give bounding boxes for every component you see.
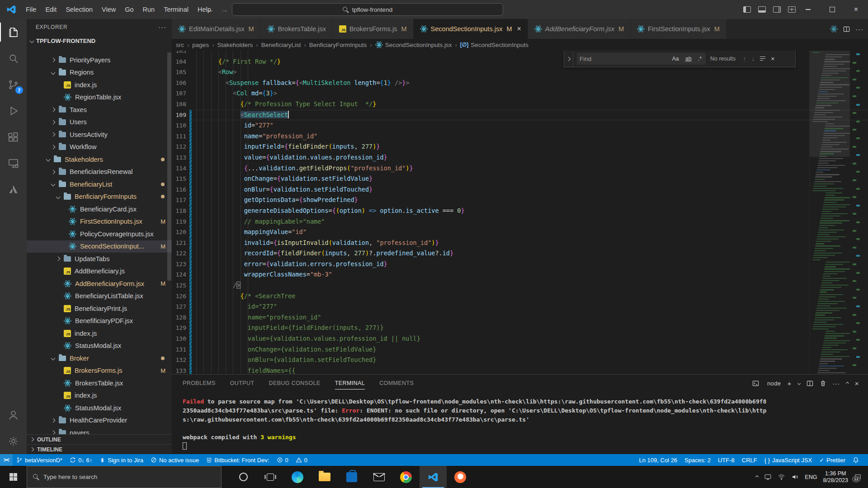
overview-ruler[interactable] — [850, 51, 868, 374]
tab-close-icon[interactable]: × — [517, 25, 521, 33]
code-line-132[interactable]: 132 onBlur={validation.setFieldTouched} — [172, 355, 868, 366]
tree-item-FirstSectionInputs.jsx[interactable]: FirstSectionInputs.jsxM — [27, 216, 172, 228]
code-line-108[interactable]: 108 {/* Profession Type Select Input */} — [172, 99, 868, 110]
code-line-123[interactable]: 123 error={validation.errors.profession_… — [172, 259, 868, 270]
minimize-button[interactable] — [796, 0, 820, 19]
find-input[interactable]: Find Aa ab .* — [577, 53, 706, 65]
extensions-view-icon[interactable] — [0, 124, 27, 150]
code-line-106[interactable]: 106 <Suspense fallback={<MultiSkeleton l… — [172, 78, 868, 89]
code-line-117[interactable]: 117 getOptionsData={showPredefined} — [172, 195, 868, 206]
wifi-icon[interactable] — [778, 473, 785, 481]
code-line-130[interactable]: 130 value={validation.values.profession_… — [172, 333, 868, 344]
tree-item-SecondSectionInput...[interactable]: SecondSectionInput...M — [27, 240, 172, 253]
code-editor[interactable]: 103104 {/* First Row */}105 <Row>106 <Su… — [172, 51, 868, 374]
code-line-128[interactable]: 128 name="profession_id" — [172, 312, 868, 323]
tree-item-BeneficiaryPrint.js[interactable]: JSBeneficiaryPrint.js — [27, 302, 172, 315]
tab-EditMainDetails.jsx[interactable]: EditMainDetails.jsxM — [172, 19, 261, 39]
taskbar-search[interactable]: Type here to search — [27, 466, 222, 488]
cortana-button[interactable] — [230, 466, 257, 488]
status-remote[interactable]: >< — [0, 454, 13, 466]
explorer-actions-icon[interactable]: ··· — [158, 23, 166, 31]
remote-explorer-view-icon[interactable] — [0, 150, 27, 176]
status-bell[interactable] — [849, 454, 863, 466]
menu-terminal[interactable]: Terminal — [159, 4, 193, 15]
taskbar-app-postman[interactable] — [447, 466, 474, 488]
tree-item-BrokersForms.js[interactable]: JSBrokersForms.jsM — [27, 365, 172, 377]
code-line-120[interactable]: 120 mappingValue="id" — [172, 227, 868, 238]
panel-tab-output[interactable]: OUTPUT — [230, 377, 255, 389]
taskbar-app-explorer[interactable] — [311, 466, 338, 488]
match-case-icon[interactable]: Aa — [670, 55, 680, 62]
launch-profile-icon[interactable] — [797, 381, 801, 385]
breadcrumb-item-SecondSectionInputs.jsx[interactable]: SecondSectionInputs.jsx — [375, 41, 452, 49]
scrolled-tab-react-icon[interactable] — [830, 25, 838, 33]
panel-tab-terminal[interactable]: TERMINAL — [335, 377, 365, 389]
panel-more-icon[interactable]: ··· — [833, 380, 840, 387]
code-line-112[interactable]: 112 inputField={fieldFinder(inputs, 277)… — [172, 141, 868, 152]
panel-tab-problems[interactable]: PROBLEMS — [183, 377, 216, 389]
close-panel-icon[interactable]: × — [855, 380, 859, 387]
status-no-active-issue[interactable]: No active issue — [147, 454, 203, 466]
source-control-view-icon[interactable]: 7 — [0, 71, 27, 98]
status-javascript-jsx[interactable]: { }JavaScript JSX — [761, 454, 816, 466]
menu-go[interactable]: Go — [120, 4, 138, 15]
code-line-113[interactable]: 113 value={validation.values.profession_… — [172, 152, 868, 163]
tree-item-Users[interactable]: Users — [27, 116, 172, 129]
taskbar-app-chrome[interactable] — [392, 466, 420, 488]
tree-item-HealthCareProvider[interactable]: HealthCareProvider — [27, 414, 172, 427]
tree-item-index.js[interactable]: JSindex.js — [27, 327, 172, 340]
minimap[interactable] — [809, 51, 850, 374]
tree-item-StatusModal.jsx[interactable]: StatusModal.jsx — [27, 340, 172, 352]
status-0[interactable]: 0 — [292, 454, 311, 466]
code-line-122[interactable]: 122 recordId={fieldFinder(inputs, 277)?.… — [172, 248, 868, 259]
code-line-115[interactable]: 115 onChange={validation.setFieldValue} — [172, 174, 868, 184]
breadcrumb-item-src[interactable]: src — [176, 42, 184, 48]
status-sign-in-to-jira[interactable]: Sign in to Jira — [96, 454, 147, 466]
search-view-icon[interactable] — [0, 45, 27, 71]
code-line-114[interactable]: 114 {...validation.getFieldProps("profes… — [172, 163, 868, 174]
split-editor-icon[interactable] — [843, 26, 850, 33]
code-line-116[interactable]: 116 onBlur={validation.setFieldTouched} — [172, 184, 868, 195]
status-crlf[interactable]: CRLF — [738, 454, 761, 466]
menu-run[interactable]: Run — [138, 4, 160, 15]
speaker-icon[interactable] — [791, 473, 799, 481]
tree-item-RegionTable.jsx[interactable]: RegionTable.jsx — [27, 91, 172, 104]
status-utf-8[interactable]: UTF-8 — [714, 454, 738, 466]
status-0[interactable]: 0 — [273, 454, 292, 466]
code-line-131[interactable]: 131 onChange={validation.setFieldValue} — [172, 344, 868, 355]
taskbar-app-edge[interactable] — [284, 466, 311, 488]
taskbar-app-store[interactable] — [338, 466, 365, 488]
tree-item-Workflow[interactable]: Workflow — [27, 141, 172, 154]
forward-arrow-icon[interactable]: → — [220, 5, 228, 14]
toggle-panel-icon[interactable] — [758, 6, 766, 13]
code-line-109[interactable]: 109 <SearchSelect — [172, 110, 868, 121]
tab-SecondSectionInputs.jsx[interactable]: SecondSectionInputs.jsxM× — [414, 19, 528, 39]
display-icon[interactable] — [764, 473, 772, 481]
tree-item-index.js[interactable]: JSindex.js — [27, 389, 172, 402]
tree-item-BeneficiaryListTable.jsx[interactable]: BeneficiaryListTable.jsx — [27, 290, 172, 303]
tree-item-BenefificiaryPDF.jsx[interactable]: BenefificiaryPDF.jsx — [27, 315, 172, 328]
task-view-button[interactable] — [257, 466, 284, 488]
tree-item-StatusModal.jsx[interactable]: StatusModal.jsx — [27, 402, 172, 414]
taskbar-app-mail[interactable] — [365, 466, 392, 488]
status-betaversiond-[interactable]: betaVersionD* — [13, 454, 66, 466]
tree-item-BrokersTable.jsx[interactable]: BrokersTable.jsx — [27, 377, 172, 389]
breadcrumb-item-pages[interactable]: pages — [192, 42, 209, 48]
tab-FirstSectionInputs.jsx[interactable]: FirstSectionInputs.jsxM — [631, 19, 726, 39]
workspace-root-folder[interactable]: TPFLOW-FRONTEND — [27, 35, 172, 47]
find-close-icon[interactable]: × — [771, 55, 774, 62]
customize-layout-icon[interactable] — [788, 6, 796, 13]
clock[interactable]: 1:36 PM 8/28/2023 — [823, 470, 848, 484]
code-line-105[interactable]: 105 <Row> — [172, 67, 868, 78]
code-line-129[interactable]: 129 inputField={fieldFinder(inputs, 277)… — [172, 323, 868, 333]
breadcrumb-item-BenficiaryFormInputs[interactable]: BenficiaryFormInputs — [309, 42, 367, 48]
find-next-icon[interactable]: ↓ — [751, 55, 755, 62]
new-terminal-icon[interactable]: + — [787, 380, 791, 387]
whole-word-icon[interactable]: ab — [684, 55, 693, 62]
status-prettier[interactable]: ✓Prettier — [816, 454, 849, 466]
code-line-107[interactable]: 107 <Col md={3}> — [172, 88, 868, 99]
action-center-icon[interactable]: 12 — [854, 473, 862, 481]
find-toggle-replace-icon[interactable] — [564, 51, 573, 67]
menu-selection[interactable]: Selection — [61, 4, 97, 15]
tree-item-UsersActivity[interactable]: UsersActivity — [27, 128, 172, 141]
